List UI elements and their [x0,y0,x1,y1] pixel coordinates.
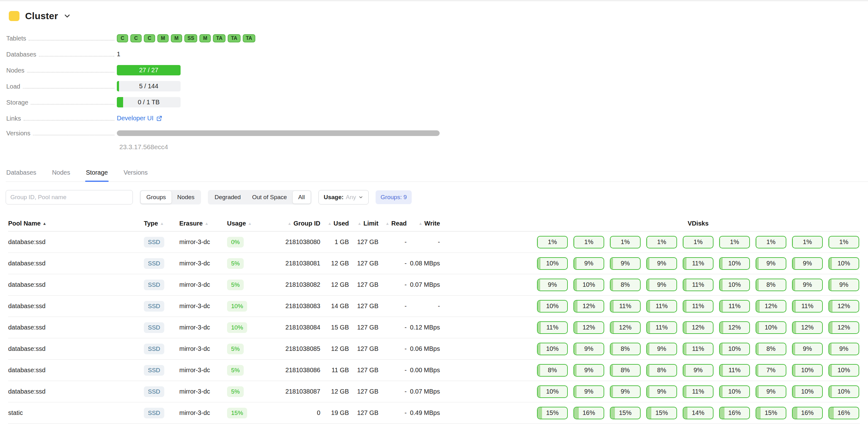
vdisk-badge[interactable]: 11% [683,300,713,313]
vdisk-badge[interactable]: 9% [574,385,604,398]
column-header-write[interactable]: ▲Write [407,220,440,227]
vdisk-badge[interactable]: 12% [574,321,604,334]
vdisk-badge[interactable]: 1% [683,236,713,248]
vdisk-badge[interactable]: 16% [829,407,859,419]
vdisk-badge[interactable]: 9% [610,385,641,398]
vdisk-badge[interactable]: 12% [610,321,641,334]
vdisk-badge[interactable]: 9% [574,364,604,377]
tablet-state-badge[interactable]: M [171,34,182,42]
vdisk-badge[interactable]: 1% [755,236,786,248]
vdisk-badge[interactable]: 16% [792,407,823,419]
vdisk-badge[interactable]: 10% [719,343,750,355]
vdisk-badge[interactable]: 11% [683,385,713,398]
vdisk-badge[interactable]: 9% [574,343,604,355]
vdisk-badge[interactable]: 10% [755,321,786,334]
vdisk-badge[interactable]: 10% [537,257,568,270]
vdisk-badge[interactable]: 14% [683,407,713,419]
vdisk-badge[interactable]: 11% [646,300,677,313]
tab-versions[interactable]: Versions [123,169,149,182]
vdisk-badge[interactable]: 12% [683,321,713,334]
column-header-type[interactable]: Type▲ [141,220,175,227]
vdisk-badge[interactable]: 10% [829,257,859,270]
chevron-down-icon[interactable] [63,12,71,20]
vdisk-badge[interactable]: 9% [574,257,604,270]
vdisk-badge[interactable]: 9% [829,343,859,355]
vdisk-badge[interactable]: 11% [683,279,713,291]
vdisk-badge[interactable]: 11% [719,364,750,377]
column-header-read[interactable]: ▲Read [378,220,407,227]
vdisk-badge[interactable]: 16% [574,407,604,419]
vdisk-badge[interactable]: 10% [792,364,823,377]
vdisk-badge[interactable]: 1% [719,236,750,248]
vdisk-badge[interactable]: 9% [792,279,823,291]
state-option-all[interactable]: All [293,191,311,203]
vdisk-badge[interactable]: 8% [610,279,641,291]
vdisk-badge[interactable]: 11% [792,300,823,313]
vdisk-badge[interactable]: 15% [755,407,786,419]
vdisk-badge[interactable]: 10% [537,300,568,313]
vdisk-badge[interactable]: 1% [829,236,859,248]
vdisk-badge[interactable]: 10% [574,279,604,291]
tablet-state-badge[interactable]: TA [243,34,255,42]
vdisk-badge[interactable]: 12% [719,321,750,334]
vdisk-badge[interactable]: 15% [610,407,641,419]
vdisk-badge[interactable]: 1% [792,236,823,248]
vdisk-badge[interactable]: 8% [755,343,786,355]
vdisk-badge[interactable]: 9% [537,279,568,291]
vdisk-badge[interactable]: 1% [537,236,568,248]
vdisk-badge[interactable]: 10% [719,385,750,398]
vdisk-badge[interactable]: 12% [829,300,859,313]
column-header-group_id[interactable]: ▲Group ID [251,220,320,227]
vdisk-badge[interactable]: 16% [719,407,750,419]
tablet-state-badge[interactable]: TA [213,34,225,42]
tablet-state-badge[interactable]: SS [184,34,197,42]
vdisk-badge[interactable]: 9% [646,385,677,398]
vdisk-badge[interactable]: 10% [719,279,750,291]
vdisk-badge[interactable]: 1% [610,236,641,248]
vdisk-badge[interactable]: 10% [719,257,750,270]
vdisk-badge[interactable]: 1% [646,236,677,248]
entity-option-nodes[interactable]: Nodes [172,191,200,203]
usage-filter-select[interactable]: Usage: Any [318,190,369,204]
vdisk-badge[interactable]: 11% [610,300,641,313]
tablet-state-badge[interactable]: M [157,34,168,42]
vdisk-badge[interactable]: 9% [683,364,713,377]
vdisk-badge[interactable]: 11% [719,300,750,313]
vdisk-badge[interactable]: 10% [537,343,568,355]
vdisk-badge[interactable]: 8% [755,279,786,291]
vdisk-badge[interactable]: 11% [646,321,677,334]
developer-ui-link[interactable]: Developer UI [117,115,162,122]
vdisk-badge[interactable]: 12% [755,300,786,313]
vdisk-badge[interactable]: 12% [574,300,604,313]
vdisk-badge[interactable]: 12% [792,321,823,334]
vdisk-badge[interactable]: 9% [646,279,677,291]
tablet-state-badge[interactable]: C [130,34,142,42]
tablet-state-badge[interactable]: M [199,34,211,42]
tab-databases[interactable]: Databases [6,169,37,182]
vdisk-badge[interactable]: 10% [829,364,859,377]
state-option-degraded[interactable]: Degraded [209,191,246,203]
vdisk-badge[interactable]: 10% [537,385,568,398]
vdisk-badge[interactable]: 8% [537,364,568,377]
vdisk-badge[interactable]: 10% [792,385,823,398]
state-option-out-of-space[interactable]: Out of Space [247,191,293,203]
entity-option-groups[interactable]: Groups [141,191,172,203]
vdisk-badge[interactable]: 15% [537,407,568,419]
vdisk-badge[interactable]: 8% [646,364,677,377]
column-header-limit[interactable]: ▲Limit [349,220,378,227]
vdisk-badge[interactable]: 7% [755,364,786,377]
tablet-state-badge[interactable]: TA [228,34,240,42]
vdisk-badge[interactable]: 9% [646,257,677,270]
search-input[interactable] [6,190,133,204]
vdisk-badge[interactable]: 9% [792,343,823,355]
tab-storage[interactable]: Storage [85,169,108,182]
vdisk-badge[interactable]: 11% [683,343,713,355]
tablet-state-badge[interactable]: C [117,34,128,42]
column-header-erasure[interactable]: Erasure▲ [175,220,221,227]
tablet-state-badge[interactable]: C [144,34,155,42]
vdisk-badge[interactable]: 15% [646,407,677,419]
vdisk-badge[interactable]: 1% [574,236,604,248]
column-header-pool[interactable]: Pool Name▲ [8,220,141,227]
column-header-used[interactable]: ▲Used [320,220,349,227]
vdisk-badge[interactable]: 9% [646,343,677,355]
